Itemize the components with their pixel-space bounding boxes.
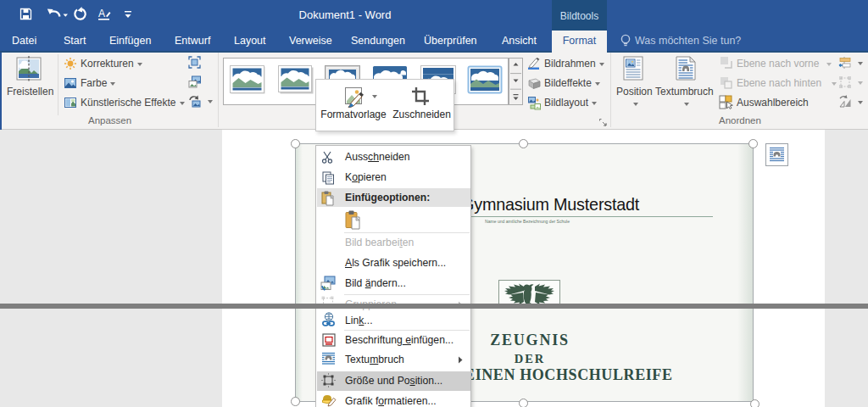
- svg-text:A: A: [98, 8, 105, 20]
